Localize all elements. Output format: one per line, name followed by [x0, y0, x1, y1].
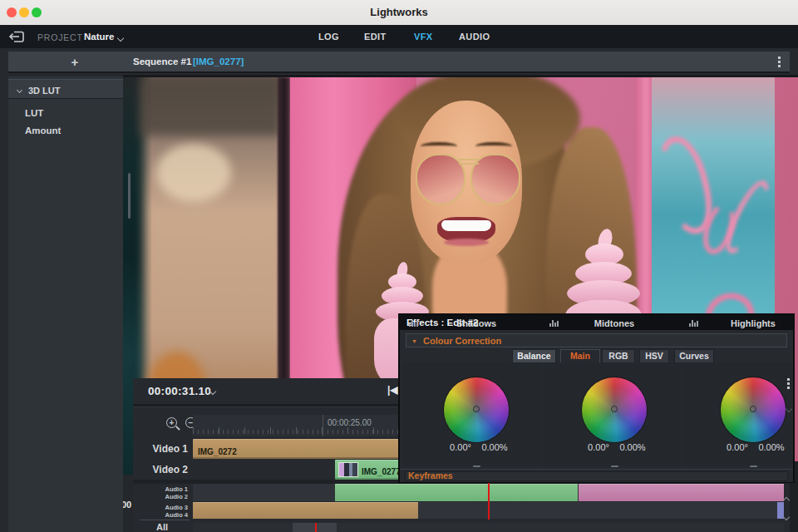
shadows-color-wheel[interactable] — [444, 377, 509, 442]
tab-rgb[interactable]: RGB — [602, 349, 635, 362]
wheel-pin[interactable] — [473, 406, 480, 412]
photo-sunglasses-left-lens — [416, 154, 466, 205]
playhead[interactable] — [488, 480, 490, 520]
track-label-video2[interactable]: Video 2 — [133, 464, 188, 475]
amount-param-row[interactable]: Amount — [8, 122, 120, 140]
midtones-color-wheel[interactable] — [582, 377, 647, 442]
track-label-audio4[interactable]: Audio 4 — [133, 511, 188, 519]
sequence-clip-ref[interactable]: [IMG_0277] — [193, 57, 244, 66]
highlights-amount-value[interactable]: 0.00% — [755, 442, 788, 452]
shadows-angle-value[interactable]: 0.00° — [444, 442, 477, 452]
highlights-color-wheel[interactable] — [721, 377, 786, 442]
highlights-angle-value[interactable]: 0.00° — [721, 442, 754, 452]
zoom-in-icon[interactable]: + — [166, 417, 177, 428]
navbar: PROJECT Nature LOG EDIT VFX AUDIO — [0, 25, 798, 48]
all-tracks-label[interactable]: All — [135, 522, 190, 532]
photo-eyebrow-right — [475, 142, 512, 150]
ruler-timecode-label: 00:00:25.00 — [328, 418, 372, 427]
midtones-amount-value[interactable]: 0.00% — [616, 442, 649, 452]
colour-correction-label: Colour Correction — [423, 336, 501, 346]
lut-panel-scrollbar[interactable] — [128, 173, 131, 219]
window-title: Lightworks — [0, 6, 798, 18]
track-label-video1[interactable]: Video 1 — [133, 443, 188, 455]
audio-clip-tan[interactable] — [193, 502, 418, 519]
photo-lower-lip — [444, 239, 489, 246]
ruler-mark — [323, 415, 323, 436]
clip-thumbnail — [338, 462, 358, 477]
colour-correction-header[interactable]: ▼ Colour Correction — [406, 333, 787, 347]
tab-audio[interactable]: AUDIO — [459, 32, 490, 42]
audio-clip-pink[interactable] — [579, 484, 784, 501]
tab-curves[interactable]: Curves — [674, 349, 714, 362]
highlights-label: Highlights — [720, 318, 786, 328]
shadows-amount-value[interactable]: 0.00% — [478, 442, 511, 452]
lut-section-title: 3D LUT — [28, 86, 61, 96]
timeline-overview-scrollbar[interactable] — [193, 523, 784, 532]
project-name-dropdown[interactable]: Nature — [84, 32, 114, 42]
photo-bokeh — [156, 144, 231, 202]
overview-playhead — [315, 523, 317, 532]
sequence-title[interactable]: Sequence #1 — [133, 57, 191, 66]
exit-project-icon[interactable] — [8, 31, 25, 43]
keyframes-bar: Keyframes — [400, 469, 793, 482]
track-label-audio1[interactable]: Audio 1 — [133, 485, 188, 493]
histogram-icon[interactable] — [689, 320, 698, 327]
lut-panel: 3D LUT LUT Amount — [8, 76, 123, 532]
track-scroll-up-icon[interactable] — [784, 491, 792, 500]
divider — [140, 520, 190, 520]
timeline-timecode[interactable]: 00:00:31.10 — [148, 385, 211, 397]
mac-titlebar: Lightworks — [0, 0, 798, 25]
photo-teeth — [441, 220, 491, 231]
midtones-label: Midtones — [581, 318, 648, 328]
collapse-handle[interactable] — [473, 466, 480, 467]
tab-balance[interactable]: Balance — [512, 349, 556, 362]
keyframes-track[interactable] — [405, 471, 788, 481]
tab-main[interactable]: Main — [560, 349, 600, 362]
wheel-pin[interactable] — [750, 406, 756, 412]
wheel-pin[interactable] — [611, 406, 618, 412]
photo-sunglasses-bridge — [459, 159, 479, 165]
lightworks-window: Lightworks PROJECT Nature LOG EDIT VFX A… — [0, 0, 798, 532]
effects-panel: Effects : Edit #2 ▼ Colour Correction Ba… — [399, 314, 794, 482]
lut-section-header[interactable]: 3D LUT — [8, 79, 123, 99]
photo-eyebrow-left — [421, 142, 457, 150]
track-label-audio2[interactable]: Audio 2 — [133, 493, 188, 500]
clip-img-0272[interactable]: IMG_0272 — [193, 439, 418, 459]
tab-log[interactable]: LOG — [318, 32, 339, 42]
chevron-down-icon — [117, 35, 124, 42]
collapse-handle[interactable] — [611, 466, 618, 467]
tab-edit[interactable]: EDIT — [364, 32, 387, 42]
histogram-icon[interactable] — [549, 320, 559, 327]
tab-vfx[interactable]: VFX — [414, 32, 433, 42]
histogram-icon[interactable] — [409, 320, 418, 327]
track-label-audio3[interactable]: Audio 3 — [133, 504, 188, 511]
midtones-angle-value[interactable]: 0.00° — [582, 442, 615, 452]
add-sequence-button[interactable]: + — [63, 52, 86, 73]
chevron-down-icon — [17, 87, 22, 93]
shadows-label: Shadows — [443, 318, 510, 328]
collapse-triangle-icon: ▼ — [411, 338, 417, 344]
photo-awning-shadow — [140, 77, 281, 135]
tab-hsv[interactable]: HSV — [639, 349, 669, 362]
lut-param-row[interactable]: LUT — [8, 105, 120, 122]
sequence-bar — [8, 52, 790, 73]
panel-options-icon[interactable] — [787, 378, 790, 389]
track-scroll-down-icon[interactable] — [784, 508, 792, 516]
keyframes-label[interactable]: Keyframes — [408, 470, 453, 480]
collapse-handle[interactable] — [750, 466, 757, 467]
project-label: PROJECT — [37, 32, 83, 42]
audio-clip-green[interactable] — [335, 484, 578, 501]
sequence-menu-icon[interactable] — [778, 57, 781, 67]
skip-to-start-button[interactable]: |◀ — [387, 384, 398, 396]
